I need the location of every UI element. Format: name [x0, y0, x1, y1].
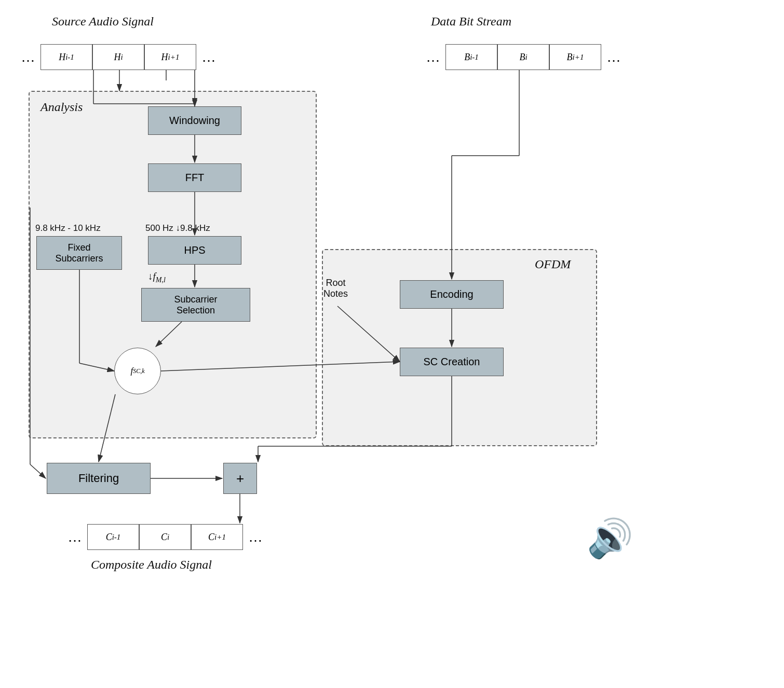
freq-left-label: 9.8 kHz - 10 kHz	[35, 223, 101, 233]
sc-creation-box: SC Creation	[400, 348, 504, 376]
data-bit-stream-label: Data Bit Stream	[431, 15, 511, 29]
dots-left-source: …	[16, 49, 40, 65]
hps-box: HPS	[148, 236, 241, 265]
dots-left-comp: …	[62, 529, 87, 545]
encoding-box: Encoding	[400, 280, 504, 309]
diagram: Source Audio Signal Data Bit Stream … Hi…	[0, 0, 784, 688]
comp-cell-1: Ci-1	[87, 524, 139, 550]
data-cell-3: Bi+1	[549, 44, 601, 70]
data-bit-strip: … Bi-1 Bi Bi+1 …	[421, 44, 626, 70]
source-cell-1: Hi-1	[40, 44, 92, 70]
ofdm-label: OFDM	[535, 257, 571, 271]
data-cell-1: Bi-1	[445, 44, 497, 70]
dots-right-comp: …	[243, 529, 268, 545]
dots-right-source: …	[196, 49, 221, 65]
composite-strip: … Ci-1 Ci Ci+1 …	[62, 524, 268, 550]
fixed-subcarriers-box: FixedSubcarriers	[36, 236, 122, 270]
fsc-node: fSC,k	[114, 348, 161, 394]
speaker-icon: 🔊	[587, 516, 633, 560]
subcarrier-selection-box: SubcarrierSelection	[141, 288, 250, 322]
filtering-box: Filtering	[47, 463, 151, 494]
fft-box: FFT	[148, 163, 241, 192]
comp-cell-3: Ci+1	[191, 524, 243, 550]
svg-line-25	[30, 464, 46, 478]
plus-box: +	[223, 463, 257, 494]
comp-cell-2: Ci	[139, 524, 191, 550]
freq-right-label: 500 Hz ↓9.8 kHz	[145, 223, 210, 233]
fml-label: ↓fM,l	[148, 271, 166, 284]
source-audio-label: Source Audio Signal	[52, 15, 154, 29]
data-cell-2: Bi	[497, 44, 549, 70]
dots-right-data: …	[601, 49, 626, 65]
source-cell-2: Hi	[92, 44, 144, 70]
source-cell-3: Hi+1	[144, 44, 196, 70]
root-notes-label: RootNotes	[323, 278, 348, 299]
analysis-label: Analysis	[40, 100, 83, 114]
composite-audio-label: Composite Audio Signal	[91, 558, 212, 572]
dots-left-data: …	[421, 49, 445, 65]
source-audio-strip: … Hi-1 Hi Hi+1 …	[16, 44, 221, 70]
windowing-box: Windowing	[148, 106, 241, 135]
